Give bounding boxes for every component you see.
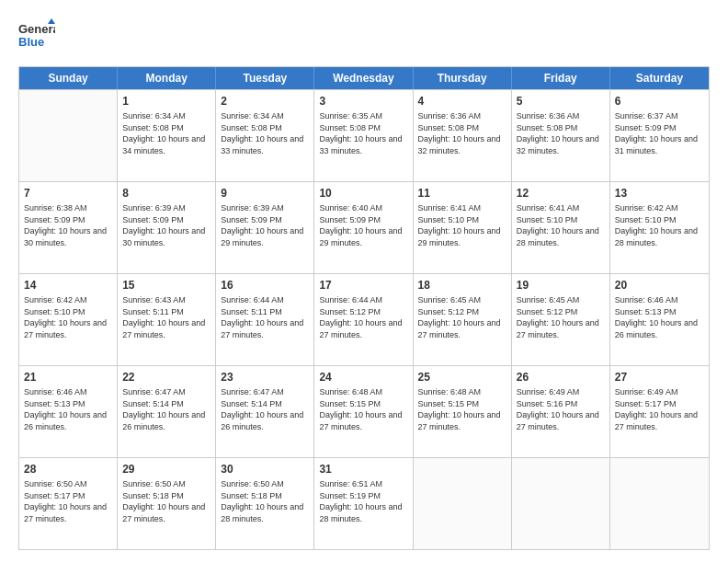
cal-cell: 26Sunrise: 6:49 AM Sunset: 5:16 PM Dayli… bbox=[512, 366, 610, 457]
day-header-monday: Monday bbox=[118, 67, 216, 89]
cal-cell: 10Sunrise: 6:40 AM Sunset: 5:09 PM Dayli… bbox=[314, 182, 413, 273]
day-number: 21 bbox=[24, 370, 112, 385]
cal-cell: 9Sunrise: 6:39 AM Sunset: 5:09 PM Daylig… bbox=[216, 182, 314, 273]
day-number: 4 bbox=[418, 94, 506, 109]
cal-cell: 29Sunrise: 6:50 AM Sunset: 5:18 PM Dayli… bbox=[118, 458, 216, 549]
day-number: 29 bbox=[122, 462, 210, 477]
cal-cell: 27Sunrise: 6:49 AM Sunset: 5:17 PM Dayli… bbox=[610, 366, 709, 457]
day-header-thursday: Thursday bbox=[414, 67, 512, 89]
day-header-tuesday: Tuesday bbox=[216, 67, 314, 89]
day-number: 14 bbox=[24, 278, 112, 293]
cell-info: Sunrise: 6:50 AM Sunset: 5:17 PM Dayligh… bbox=[24, 478, 112, 524]
day-number: 25 bbox=[418, 370, 506, 385]
cal-cell: 21Sunrise: 6:46 AM Sunset: 5:13 PM Dayli… bbox=[19, 366, 118, 457]
cal-cell: 25Sunrise: 6:48 AM Sunset: 5:15 PM Dayli… bbox=[414, 366, 512, 457]
cell-info: Sunrise: 6:43 AM Sunset: 5:11 PM Dayligh… bbox=[122, 294, 210, 340]
day-number: 17 bbox=[319, 278, 407, 293]
cell-info: Sunrise: 6:37 AM Sunset: 5:09 PM Dayligh… bbox=[615, 110, 704, 156]
cal-cell bbox=[414, 458, 512, 549]
day-header-friday: Friday bbox=[512, 67, 610, 89]
header: General Blue bbox=[18, 17, 710, 57]
cell-info: Sunrise: 6:48 AM Sunset: 5:15 PM Dayligh… bbox=[319, 386, 407, 432]
day-number: 5 bbox=[517, 94, 605, 109]
cal-cell: 20Sunrise: 6:46 AM Sunset: 5:13 PM Dayli… bbox=[610, 274, 709, 365]
cal-cell: 7Sunrise: 6:38 AM Sunset: 5:09 PM Daylig… bbox=[19, 182, 118, 273]
day-number: 1 bbox=[122, 94, 210, 109]
cell-info: Sunrise: 6:36 AM Sunset: 5:08 PM Dayligh… bbox=[517, 110, 605, 156]
cell-info: Sunrise: 6:36 AM Sunset: 5:08 PM Dayligh… bbox=[418, 110, 506, 156]
day-number: 26 bbox=[517, 370, 605, 385]
cell-info: Sunrise: 6:38 AM Sunset: 5:09 PM Dayligh… bbox=[24, 202, 112, 248]
cell-info: Sunrise: 6:41 AM Sunset: 5:10 PM Dayligh… bbox=[418, 202, 506, 248]
cal-cell: 17Sunrise: 6:44 AM Sunset: 5:12 PM Dayli… bbox=[314, 274, 413, 365]
cal-cell: 5Sunrise: 6:36 AM Sunset: 5:08 PM Daylig… bbox=[512, 90, 610, 181]
day-number: 8 bbox=[122, 186, 210, 201]
cal-cell: 24Sunrise: 6:48 AM Sunset: 5:15 PM Dayli… bbox=[314, 366, 413, 457]
cal-cell: 31Sunrise: 6:51 AM Sunset: 5:19 PM Dayli… bbox=[314, 458, 413, 549]
cell-info: Sunrise: 6:42 AM Sunset: 5:10 PM Dayligh… bbox=[615, 202, 704, 248]
cell-info: Sunrise: 6:41 AM Sunset: 5:10 PM Dayligh… bbox=[517, 202, 605, 248]
svg-marker-2 bbox=[48, 18, 55, 24]
cal-cell: 14Sunrise: 6:42 AM Sunset: 5:10 PM Dayli… bbox=[19, 274, 118, 365]
svg-text:Blue: Blue bbox=[18, 35, 44, 49]
cell-info: Sunrise: 6:39 AM Sunset: 5:09 PM Dayligh… bbox=[221, 202, 309, 248]
calendar-header: SundayMondayTuesdayWednesdayThursdayFrid… bbox=[19, 67, 709, 89]
day-number: 18 bbox=[418, 278, 506, 293]
day-number: 16 bbox=[221, 278, 309, 293]
cell-info: Sunrise: 6:45 AM Sunset: 5:12 PM Dayligh… bbox=[517, 294, 605, 340]
day-number: 13 bbox=[615, 186, 704, 201]
cell-info: Sunrise: 6:34 AM Sunset: 5:08 PM Dayligh… bbox=[122, 110, 210, 156]
day-number: 11 bbox=[418, 186, 506, 201]
day-number: 24 bbox=[319, 370, 407, 385]
cal-cell bbox=[19, 90, 118, 181]
day-number: 15 bbox=[122, 278, 210, 293]
day-number: 19 bbox=[517, 278, 605, 293]
day-number: 3 bbox=[319, 94, 407, 109]
day-header-wednesday: Wednesday bbox=[314, 67, 413, 89]
cell-info: Sunrise: 6:49 AM Sunset: 5:17 PM Dayligh… bbox=[615, 386, 704, 432]
cal-cell: 13Sunrise: 6:42 AM Sunset: 5:10 PM Dayli… bbox=[610, 182, 709, 273]
cal-cell: 18Sunrise: 6:45 AM Sunset: 5:12 PM Dayli… bbox=[414, 274, 512, 365]
day-number: 6 bbox=[615, 94, 704, 109]
week-row-4: 21Sunrise: 6:46 AM Sunset: 5:13 PM Dayli… bbox=[19, 365, 709, 457]
week-row-3: 14Sunrise: 6:42 AM Sunset: 5:10 PM Dayli… bbox=[19, 273, 709, 365]
cell-info: Sunrise: 6:49 AM Sunset: 5:16 PM Dayligh… bbox=[517, 386, 605, 432]
week-row-5: 28Sunrise: 6:50 AM Sunset: 5:17 PM Dayli… bbox=[19, 457, 709, 549]
cell-info: Sunrise: 6:50 AM Sunset: 5:18 PM Dayligh… bbox=[122, 478, 210, 524]
cell-info: Sunrise: 6:51 AM Sunset: 5:19 PM Dayligh… bbox=[319, 478, 407, 524]
cal-cell bbox=[512, 458, 610, 549]
cal-cell bbox=[610, 458, 709, 549]
cell-info: Sunrise: 6:46 AM Sunset: 5:13 PM Dayligh… bbox=[615, 294, 704, 340]
cal-cell: 23Sunrise: 6:47 AM Sunset: 5:14 PM Dayli… bbox=[216, 366, 314, 457]
cell-info: Sunrise: 6:44 AM Sunset: 5:12 PM Dayligh… bbox=[319, 294, 407, 340]
cal-cell: 11Sunrise: 6:41 AM Sunset: 5:10 PM Dayli… bbox=[414, 182, 512, 273]
cell-info: Sunrise: 6:34 AM Sunset: 5:08 PM Dayligh… bbox=[221, 110, 309, 156]
week-row-1: 1Sunrise: 6:34 AM Sunset: 5:08 PM Daylig… bbox=[19, 89, 709, 181]
cal-cell: 15Sunrise: 6:43 AM Sunset: 5:11 PM Dayli… bbox=[118, 274, 216, 365]
cal-cell: 4Sunrise: 6:36 AM Sunset: 5:08 PM Daylig… bbox=[414, 90, 512, 181]
cal-cell: 3Sunrise: 6:35 AM Sunset: 5:08 PM Daylig… bbox=[314, 90, 413, 181]
calendar: SundayMondayTuesdayWednesdayThursdayFrid… bbox=[18, 66, 710, 550]
calendar-body: 1Sunrise: 6:34 AM Sunset: 5:08 PM Daylig… bbox=[19, 89, 709, 549]
cal-cell: 28Sunrise: 6:50 AM Sunset: 5:17 PM Dayli… bbox=[19, 458, 118, 549]
cal-cell: 8Sunrise: 6:39 AM Sunset: 5:09 PM Daylig… bbox=[118, 182, 216, 273]
cal-cell: 16Sunrise: 6:44 AM Sunset: 5:11 PM Dayli… bbox=[216, 274, 314, 365]
cell-info: Sunrise: 6:47 AM Sunset: 5:14 PM Dayligh… bbox=[221, 386, 309, 432]
day-number: 9 bbox=[221, 186, 309, 201]
cal-cell: 2Sunrise: 6:34 AM Sunset: 5:08 PM Daylig… bbox=[216, 90, 314, 181]
week-row-2: 7Sunrise: 6:38 AM Sunset: 5:09 PM Daylig… bbox=[19, 181, 709, 273]
cell-info: Sunrise: 6:50 AM Sunset: 5:18 PM Dayligh… bbox=[221, 478, 309, 524]
day-number: 10 bbox=[319, 186, 407, 201]
day-number: 30 bbox=[221, 462, 309, 477]
cal-cell: 22Sunrise: 6:47 AM Sunset: 5:14 PM Dayli… bbox=[118, 366, 216, 457]
cell-info: Sunrise: 6:39 AM Sunset: 5:09 PM Dayligh… bbox=[122, 202, 210, 248]
cal-cell: 12Sunrise: 6:41 AM Sunset: 5:10 PM Dayli… bbox=[512, 182, 610, 273]
cal-cell: 1Sunrise: 6:34 AM Sunset: 5:08 PM Daylig… bbox=[118, 90, 216, 181]
svg-text:General: General bbox=[18, 22, 55, 36]
day-number: 22 bbox=[122, 370, 210, 385]
day-number: 31 bbox=[319, 462, 407, 477]
day-header-saturday: Saturday bbox=[610, 67, 709, 89]
cell-info: Sunrise: 6:45 AM Sunset: 5:12 PM Dayligh… bbox=[418, 294, 506, 340]
logo-icon: General Blue bbox=[18, 17, 55, 53]
logo: General Blue bbox=[18, 17, 55, 57]
